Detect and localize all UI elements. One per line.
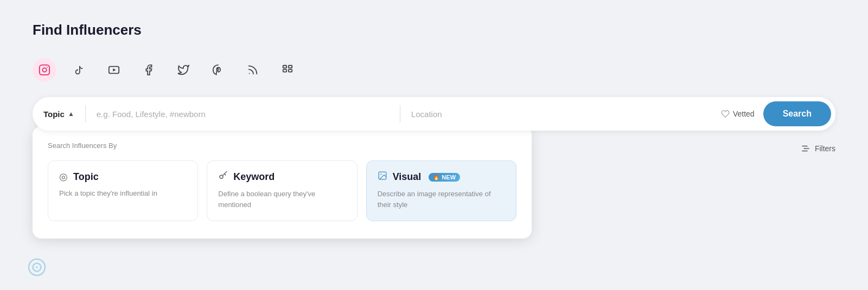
flame-icon: 🔥: [433, 174, 439, 180]
chevron-up-icon: ▲: [68, 110, 74, 118]
search-options-list: ◎ Topic Pick a topic they're influential…: [48, 160, 516, 221]
divider-2: [400, 105, 400, 123]
svg-rect-9: [289, 69, 292, 72]
platform-rss[interactable]: [241, 58, 265, 82]
topic-search-input[interactable]: [88, 109, 398, 119]
option-visual-title: Visual: [393, 171, 422, 183]
svg-point-18: [36, 267, 38, 268]
platform-icons-row: [33, 58, 835, 82]
svg-point-12: [380, 173, 381, 175]
location-input[interactable]: [403, 109, 712, 119]
search-bar: Topic ▲ Vetted Search: [33, 97, 835, 131]
new-badge: 🔥 NEW: [429, 173, 460, 182]
new-badge-label: NEW: [442, 174, 456, 181]
dropdown-section-label: Search Influencers By: [48, 141, 516, 150]
platform-other[interactable]: [276, 58, 299, 82]
vetted-label: Vetted: [733, 109, 755, 118]
svg-rect-6: [283, 66, 286, 68]
platform-pinterest[interactable]: [206, 58, 230, 82]
option-topic-title: Topic: [73, 171, 99, 183]
image-icon: [378, 171, 387, 183]
page-title: Find Influencers: [33, 22, 835, 38]
target-icon: ◎: [59, 171, 68, 183]
search-dropdown: Search Influencers By ◎ Topic Pick a top…: [33, 126, 532, 239]
platform-tiktok[interactable]: [67, 58, 91, 82]
filters-button[interactable]: Filters: [801, 144, 835, 153]
topic-label: Topic: [43, 109, 65, 119]
option-keyword-title: Keyword: [233, 171, 275, 183]
option-topic-desc: Pick a topic they're influential in: [59, 188, 187, 199]
search-option-keyword[interactable]: Keyword Define a boolean query they've m…: [207, 160, 357, 221]
key-icon: [218, 171, 228, 183]
svg-point-1: [42, 68, 46, 72]
option-visual-desc: Describe an image representative of thei…: [378, 189, 505, 210]
svg-point-5: [249, 73, 250, 74]
platform-twitter[interactable]: [171, 58, 195, 82]
search-option-visual[interactable]: Visual 🔥 NEW Describe an image represent…: [366, 160, 516, 221]
search-option-topic[interactable]: ◎ Topic Pick a topic they're influential…: [48, 160, 198, 221]
filters-label: Filters: [815, 144, 835, 153]
platform-youtube[interactable]: [102, 58, 126, 82]
divider: [85, 105, 86, 123]
platform-instagram[interactable]: [33, 58, 56, 82]
platform-facebook[interactable]: [137, 58, 161, 82]
svg-rect-0: [40, 65, 49, 75]
bottom-brand-icon: [27, 257, 47, 277]
svg-rect-8: [283, 69, 286, 72]
svg-rect-7: [289, 66, 292, 68]
topic-selector[interactable]: Topic ▲: [43, 109, 83, 119]
option-keyword-desc: Define a boolean query they've mentioned: [218, 189, 346, 210]
svg-point-2: [47, 67, 48, 68]
svg-marker-4: [113, 68, 116, 72]
search-button[interactable]: Search: [763, 101, 831, 126]
vetted-toggle[interactable]: Vetted: [712, 109, 763, 118]
